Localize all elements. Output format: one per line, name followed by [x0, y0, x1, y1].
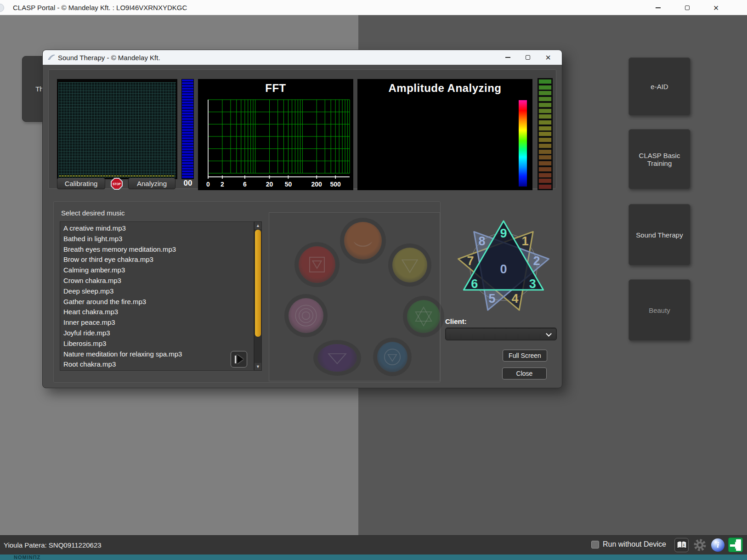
app-minimize-button[interactable] [644, 0, 673, 15]
svg-text:50: 50 [285, 181, 292, 188]
music-list-item[interactable]: Deep sleep.mp3 [60, 286, 254, 297]
app-icon [0, 4, 4, 12]
throat-chakra-icon [377, 342, 407, 372]
stop-icon-label: STOP [112, 179, 122, 189]
app-titlebar: CLASP Portal - © Mandelay Kft. : LO9I46V… [0, 0, 747, 15]
side-button-clasp-basic-training[interactable]: CLASP Basic Training [628, 129, 690, 189]
calibrating-button[interactable]: Calibrating [57, 178, 105, 189]
music-list-item[interactable]: Inner peace.mp3 [60, 317, 254, 328]
star-number-5: 5 [489, 292, 496, 305]
svg-text:2: 2 [221, 181, 224, 188]
fullscreen-button[interactable]: Full Screen [503, 350, 547, 362]
svg-text:200: 200 [311, 181, 323, 188]
numerology-star: 9123456780 [453, 213, 554, 314]
oscilloscope-display [57, 79, 177, 179]
info-icon[interactable]: i [711, 538, 725, 552]
led-segment [538, 102, 552, 107]
play-button[interactable] [231, 351, 247, 368]
music-list-item[interactable]: Nature meditation for relaxing spa.mp3 [60, 349, 254, 360]
music-list-item[interactable]: Crown chakra.mp3 [60, 276, 254, 286]
music-scrollbar[interactable]: ▲ ▼ [254, 221, 262, 371]
logged-in-user: Yioula Patera: SNQ0911220623 [4, 541, 102, 549]
side-button-beauty[interactable]: Beauty [628, 279, 690, 341]
stop-icon[interactable]: STOP [111, 178, 123, 190]
svg-text:0: 0 [206, 181, 210, 188]
root-chakra-icon [299, 246, 335, 283]
dialog-minimize-button[interactable] [498, 50, 518, 65]
manual-book-icon[interactable]: i [674, 538, 689, 552]
led-segment [538, 79, 552, 84]
scroll-thumb[interactable] [255, 230, 261, 337]
side-button-e-aid[interactable]: e-AID [628, 57, 690, 116]
heart-chakra-icon [407, 300, 440, 333]
app-maximize-button[interactable] [673, 0, 702, 15]
rainbow-scale [519, 100, 527, 187]
music-list-item[interactable]: Heart chakra.mp3 [60, 307, 254, 317]
music-list-item[interactable]: Breath eyes memory meditation.mp3 [60, 244, 254, 255]
amplitude-title: Amplitude Analyzing [357, 82, 532, 95]
music-list-item[interactable]: Gather around the fire.mp3 [60, 297, 254, 307]
music-panel: Select desired music A creative mind.mp3… [53, 201, 441, 383]
client-dropdown[interactable] [445, 328, 557, 340]
status-bar: Yioula Patera: SNQ0911220623 Run without… [0, 535, 747, 554]
music-list[interactable]: A creative mind.mp3Bathed in light.mp3Br… [60, 221, 254, 371]
music-list-item[interactable]: Joyful ride.mp3 [60, 328, 254, 339]
led-segment [538, 108, 552, 113]
led-segment [538, 114, 552, 119]
screen: CLASP Portal - © Mandelay Kft. : LO9I46V… [0, 0, 747, 560]
music-list-item[interactable]: Root chakra.mp3 [60, 359, 254, 370]
led-segment [538, 91, 552, 96]
led-segment [538, 143, 552, 148]
analyzing-button[interactable]: Analyzing [128, 178, 175, 189]
amplitude-panel: Amplitude Analyzing [357, 79, 532, 190]
third-eye-chakra-icon [317, 344, 357, 372]
led-segment [538, 120, 552, 125]
sacral-chakra-icon [344, 222, 382, 260]
music-list-item[interactable]: Brow or third eye chakra.mp3 [60, 255, 254, 265]
dialog-maximize-button[interactable] [518, 50, 538, 65]
led-segment [538, 155, 552, 160]
close-button[interactable]: Close [502, 368, 547, 379]
star-number-3: 3 [529, 277, 536, 291]
music-list-item[interactable]: A creative mind.mp3 [60, 223, 254, 234]
dialog-body: Calibrating STOP Analyzing 00 FFT 026205… [43, 65, 562, 388]
client-label: Client: [445, 317, 467, 325]
sound-therapy-dialog: Sound Therapy - © Mandelay Kft. × Calibr… [42, 50, 562, 388]
scroll-down-button[interactable]: ▼ [255, 363, 261, 370]
taskbar-item[interactable]: NOMINΠZ [14, 554, 40, 560]
svg-text:500: 500 [330, 181, 341, 188]
fft-grid: 0262050200500 [198, 79, 353, 190]
exit-icon[interactable] [728, 537, 742, 552]
chevron-down-icon [546, 331, 552, 337]
led-segment [538, 85, 552, 90]
play-icon [235, 356, 236, 363]
crown-chakra-icon [289, 298, 323, 333]
run-without-device-checkbox[interactable] [591, 541, 599, 549]
star-number-2: 2 [533, 254, 540, 268]
taskbar: NOMINΠZ [0, 554, 747, 560]
chakra-panel [269, 212, 440, 381]
star-number-4: 4 [511, 292, 518, 305]
music-list-item[interactable]: Bathed in light.mp3 [60, 234, 254, 244]
gear-icon[interactable] [693, 538, 707, 552]
scroll-up-button[interactable]: ▲ [255, 222, 261, 229]
dialog-close-button[interactable]: × [538, 50, 558, 65]
led-segment [538, 167, 552, 172]
side-button-sound-therapy[interactable]: Sound Therapy [628, 204, 690, 266]
music-list-item[interactable]: Calming amber.mp3 [60, 265, 254, 276]
fft-panel: FFT 0262050200500 [198, 79, 353, 190]
led-segment [538, 173, 552, 178]
star-number-8: 8 [479, 234, 486, 248]
star-number-0: 0 [500, 262, 507, 276]
led-segment [538, 96, 552, 102]
level-counter: 00 [181, 179, 195, 188]
app-title: CLASP Portal - © Mandelay Kft. : LO9I46V… [13, 4, 187, 11]
music-list-item[interactable]: Liberosis.mp3 [60, 339, 254, 349]
led-meter [538, 78, 553, 190]
app-close-button[interactable]: × [702, 0, 730, 15]
star-number-7: 7 [467, 254, 474, 268]
led-segment [538, 131, 552, 136]
feather-icon [47, 53, 56, 62]
dialog-title: Sound Therapy - © Mandelay Kft. [58, 54, 160, 62]
star-number-1: 1 [521, 234, 528, 248]
